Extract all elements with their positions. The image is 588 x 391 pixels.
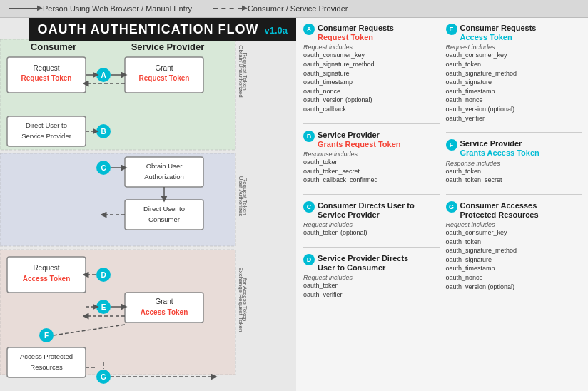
badge-a: A: [303, 24, 315, 35]
svg-text:Request Token: Request Token: [242, 52, 248, 90]
svg-text:Grant: Grant: [155, 298, 173, 305]
diagram-panel: OAUTH AUTHENTICATION FLOW v1.0a Obtain U…: [0, 18, 296, 391]
svg-text:B: B: [101, 128, 106, 136]
info-section-a: A Consumer Requests Request Token Reques…: [303, 24, 440, 114]
svg-text:E: E: [101, 303, 106, 311]
legend-solid: Person Using Web Browser / Manual Entry: [9, 4, 192, 13]
consumer-col-header: Consumer: [31, 41, 76, 52]
section-a-detail-label: Request includes: [303, 44, 440, 51]
section-g-title-sub: Protected Resources: [460, 210, 539, 220]
info-panel: A Consumer Requests Request Token Reques…: [296, 18, 588, 391]
section-d-detail-label: Request includes: [303, 274, 440, 281]
version-label: v1.0a: [264, 25, 288, 36]
section-e-detail-label: Request includes: [446, 44, 583, 51]
svg-text:Authorization: Authorization: [144, 173, 183, 181]
svg-text:Access Protected: Access Protected: [20, 352, 73, 360]
info-section-d: D Service Provider Directs User to Consu…: [303, 254, 440, 300]
service-provider-col-header: Service Provider: [131, 41, 205, 52]
badge-e: E: [446, 24, 457, 35]
section-e-items: oauth_consumer_keyoauth_tokenoauth_signa…: [446, 51, 583, 123]
svg-text:Direct User to: Direct User to: [143, 205, 185, 213]
section-c-items: oauth_token (optional): [303, 228, 440, 238]
section-g-title-main: Consumer Accesses: [460, 201, 539, 210]
section-a-items: oauth_consumer_keyoauth_signature_method…: [303, 51, 440, 113]
svg-text:Resources: Resources: [30, 363, 63, 371]
info-col-right: E Consumer Requests Access Token Request…: [446, 24, 583, 385]
svg-text:F: F: [44, 332, 49, 340]
svg-text:Consumer: Consumer: [148, 215, 180, 223]
info-col-left: A Consumer Requests Request Token Reques…: [303, 24, 440, 385]
section-a-title-sub: Request Token: [318, 33, 394, 42]
svg-text:Request Token: Request Token: [21, 74, 72, 82]
dashed-line-icon: [213, 8, 242, 9]
section-a-title-main: Consumer Requests: [318, 24, 394, 33]
info-section-b: B Service Provider Grants Request Token …: [303, 131, 440, 185]
section-d-items: oauth_tokenoauth_verifier: [303, 281, 440, 299]
svg-text:Direct User to: Direct User to: [26, 121, 67, 129]
section-f-detail-label: Response includes: [446, 160, 583, 167]
section-f-items: oauth_tokenoauth_token_secret: [446, 167, 583, 185]
svg-text:Request Token: Request Token: [242, 177, 248, 215]
divider-cd: [303, 247, 440, 248]
svg-text:C: C: [101, 164, 106, 172]
badge-g: G: [446, 201, 457, 213]
section-g-items: oauth_consumer_keyoauth_tokenoauth_signa…: [446, 228, 583, 291]
badge-d: D: [303, 254, 315, 265]
section-e-title-main: Consumer Requests: [460, 24, 537, 33]
svg-text:for Access Token: for Access Token: [242, 278, 248, 321]
info-columns: A Consumer Requests Request Token Reques…: [303, 24, 582, 385]
info-section-g: G Consumer Accesses Protected Resources …: [446, 201, 583, 292]
section-f-title-sub: Grants Access Token: [460, 148, 539, 158]
legend-bar: Person Using Web Browser / Manual Entry …: [0, 0, 588, 18]
svg-text:Request Token: Request Token: [139, 74, 190, 82]
section-d-title-main: Service Provider Directs: [318, 254, 408, 263]
section-g-detail-label: Request includes: [446, 221, 583, 228]
section-b-title-sub: Grants Request Token: [318, 140, 401, 149]
svg-text:Service Provider: Service Provider: [21, 132, 71, 140]
solid-line-icon: [9, 8, 37, 9]
section-b-detail-label: Response includes: [303, 151, 440, 158]
section-f-title-main: Service Provider: [460, 139, 539, 148]
section-c-title-sub: Service Provider: [318, 210, 415, 220]
info-section-c: C Consumer Directs User to Service Provi…: [303, 201, 440, 238]
divider-bc: [303, 194, 440, 195]
badge-b: B: [303, 131, 315, 142]
main-container: Person Using Web Browser / Manual Entry …: [0, 0, 588, 391]
svg-text:A: A: [101, 71, 106, 79]
svg-text:D: D: [101, 271, 106, 279]
info-section-e: E Consumer Requests Access Token Request…: [446, 24, 583, 123]
badge-c: C: [303, 201, 315, 213]
svg-text:Grant: Grant: [155, 64, 173, 72]
legend-dashed: Consumer / Service Provider: [213, 4, 348, 13]
legend-solid-label: Person Using Web Browser / Manual Entry: [43, 4, 192, 13]
flow-diagram: Obtain Unauthorized Request Token User A…: [0, 18, 296, 389]
svg-text:Access Token: Access Token: [141, 308, 188, 316]
svg-text:Obtain User: Obtain User: [146, 162, 183, 170]
divider-ab: [303, 123, 440, 124]
divider-fg: [446, 194, 583, 195]
section-d-title-sub: User to Consumer: [318, 263, 408, 273]
info-section-f: F Service Provider Grants Access Token R…: [446, 139, 583, 185]
content-area: OAUTH AUTHENTICATION FLOW v1.0a Obtain U…: [0, 18, 588, 391]
main-title: OAUTH AUTHENTICATION FLOW: [37, 22, 258, 37]
section-b-title-main: Service Provider: [318, 131, 401, 140]
section-e-title-sub: Access Token: [460, 33, 537, 42]
divider-ef: [446, 132, 583, 133]
svg-text:Request: Request: [33, 64, 59, 72]
section-b-items: oauth_tokenoauth_token_secretoauth_callb…: [303, 158, 440, 185]
badge-f: F: [446, 139, 457, 151]
svg-text:G: G: [101, 373, 106, 381]
section-c-detail-label: Request includes: [303, 221, 440, 228]
svg-text:Access Token: Access Token: [23, 275, 71, 283]
legend-dashed-label: Consumer / Service Provider: [248, 4, 348, 13]
section-c-title-main: Consumer Directs User to: [318, 201, 415, 210]
svg-text:Request: Request: [33, 264, 59, 272]
